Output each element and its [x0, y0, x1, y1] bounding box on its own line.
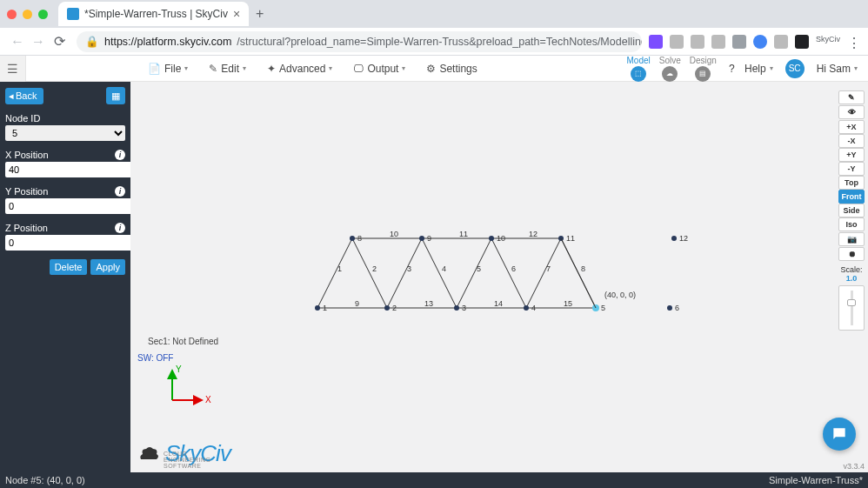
- toolbar-right: Model⬚ Solve☁ Design▤ ? Help▾ SC Hi Sam▾: [627, 56, 868, 82]
- tab-title: *Simple-Warren-Truss | SkyCiv: [84, 8, 228, 20]
- scale-slider[interactable]: [838, 285, 865, 331]
- view-plusminus-y-button[interactable]: +Y: [838, 148, 865, 162]
- svg-line-6: [422, 238, 457, 308]
- reload-button[interactable]: ⟳: [49, 33, 70, 50]
- model-canvas[interactable]: 12345678910111213141512345689101112(40, …: [130, 82, 868, 472]
- app-menus: 📄File▾ ✎Edit▾ ✦Advanced▾ 🖵Output▾ ⚙Setti…: [148, 63, 477, 75]
- svg-point-44: [419, 236, 424, 241]
- user-avatar[interactable]: SC: [785, 59, 805, 78]
- delete-button[interactable]: Delete: [50, 259, 88, 275]
- ext-icon[interactable]: [795, 35, 809, 49]
- svg-line-12: [526, 238, 561, 308]
- ext-icon[interactable]: [774, 35, 788, 49]
- view-top-button[interactable]: Top: [838, 176, 865, 190]
- panel-back-button[interactable]: ◂Back: [5, 88, 43, 104]
- svg-text:X: X: [205, 395, 211, 404]
- datasheet-button[interactable]: ▦: [106, 87, 125, 104]
- browser-tab[interactable]: *Simple-Warren-Truss | SkyCiv ×: [58, 2, 249, 26]
- svg-line-4: [387, 238, 422, 308]
- visibility-tool[interactable]: 👁: [838, 105, 865, 119]
- view-minus-y-button[interactable]: -Y: [838, 162, 865, 176]
- svg-text:1: 1: [323, 304, 327, 312]
- svg-text:5: 5: [477, 264, 481, 273]
- ext-icon[interactable]: [711, 35, 725, 49]
- svg-line-8: [457, 238, 491, 308]
- hamburger-menu-button[interactable]: ☰: [0, 56, 26, 82]
- close-tab-icon[interactable]: ×: [233, 7, 240, 21]
- browser-menu-icon[interactable]: ⋮: [847, 35, 861, 49]
- svg-point-34: [454, 305, 459, 311]
- svg-point-40: [667, 305, 672, 311]
- menu-settings[interactable]: ⚙Settings: [426, 63, 477, 75]
- user-menu[interactable]: Hi Sam▾: [817, 63, 858, 75]
- view-front-button[interactable]: Front: [838, 190, 865, 204]
- svg-text:11: 11: [459, 230, 468, 238]
- x-position-label: X Positioni: [0, 146, 130, 162]
- ext-icon[interactable]: [691, 35, 704, 49]
- node-id-label: Node ID: [0, 110, 130, 125]
- view-side-button[interactable]: Side: [838, 204, 865, 217]
- ext-icon[interactable]: [649, 35, 663, 49]
- maximize-window-icon[interactable]: [38, 10, 48, 19]
- svg-line-2: [352, 238, 387, 308]
- ext-icon[interactable]: [732, 35, 746, 49]
- extension-icons: SkyCiv ⋮: [649, 35, 861, 49]
- camera-tool[interactable]: 📷: [838, 232, 865, 246]
- gear-icon: ⚙: [426, 63, 436, 75]
- z-position-label: Z Positioni: [0, 219, 130, 235]
- mode-design[interactable]: Design▤: [690, 56, 717, 82]
- svg-text:10: 10: [390, 230, 398, 238]
- browser-tab-strip: *Simple-Warren-Truss | SkyCiv × +: [0, 0, 868, 28]
- menu-edit[interactable]: ✎Edit▾: [209, 63, 246, 75]
- svg-point-46: [489, 236, 494, 241]
- minimize-window-icon[interactable]: [23, 10, 32, 19]
- url-path: /structural?preload_name=Simple-Warren-T…: [237, 36, 642, 48]
- view-minus-x-button[interactable]: -X: [838, 134, 865, 148]
- svg-text:4: 4: [531, 304, 536, 312]
- z-position-input[interactable]: [5, 235, 132, 251]
- brand-logo: SkyCiv CLOUD ENGINEERING SOFTWARE: [137, 440, 230, 467]
- y-position-label: Y Positioni: [0, 183, 130, 198]
- node-id-select[interactable]: 5: [5, 125, 125, 141]
- chevron-left-icon: ◂: [9, 90, 14, 102]
- new-tab-button[interactable]: +: [256, 6, 264, 22]
- pencil-icon: ✎: [209, 63, 217, 75]
- version-label: v3.3.4: [843, 462, 865, 471]
- forward-nav-button[interactable]: →: [28, 34, 49, 50]
- address-bar-row: ← → ⟳ 🔒 https://platform.skyciv.com/stru…: [0, 28, 868, 56]
- ext-icon[interactable]: [670, 35, 684, 49]
- axes-indicator: Y X: [165, 365, 217, 412]
- close-window-icon[interactable]: [7, 10, 17, 19]
- view-plusminus-x-button[interactable]: +X: [838, 120, 865, 134]
- y-position-input[interactable]: [5, 198, 132, 214]
- info-icon[interactable]: i: [115, 223, 125, 233]
- menu-output[interactable]: 🖵Output▾: [353, 63, 405, 75]
- chat-button[interactable]: [823, 418, 856, 451]
- pencil-tool[interactable]: ✎: [838, 90, 865, 104]
- svg-text:1: 1: [337, 264, 342, 273]
- view-iso-button[interactable]: Iso: [838, 217, 865, 231]
- menu-file[interactable]: 📄File▾: [148, 63, 188, 75]
- record-tool[interactable]: ⏺: [838, 247, 865, 261]
- mode-solve[interactable]: Solve☁: [659, 56, 681, 82]
- apply-button[interactable]: Apply: [90, 259, 125, 275]
- help-menu[interactable]: ? Help▾: [729, 63, 773, 75]
- svg-point-42: [350, 236, 355, 241]
- back-nav-button[interactable]: ←: [7, 34, 28, 50]
- svg-text:8: 8: [581, 264, 585, 273]
- svg-text:10: 10: [497, 234, 505, 243]
- view-tools: ✎ 👁 +X-X+Y-YTopFrontSideIso 📷 ⏺ Scale:1.…: [838, 90, 865, 331]
- menu-advanced[interactable]: ✦Advanced▾: [267, 63, 332, 75]
- info-icon[interactable]: i: [115, 150, 125, 160]
- x-position-input[interactable]: [5, 162, 132, 177]
- svg-text:4: 4: [442, 264, 446, 273]
- mode-model[interactable]: Model⬚: [627, 56, 651, 82]
- window-controls[interactable]: [7, 10, 48, 19]
- ext-icon[interactable]: [753, 35, 767, 49]
- file-icon: 📄: [148, 63, 161, 75]
- svg-text:6: 6: [675, 304, 679, 312]
- svg-text:13: 13: [424, 299, 433, 308]
- svg-point-30: [315, 305, 320, 311]
- url-input[interactable]: 🔒 https://platform.skyciv.com/structural…: [77, 31, 642, 52]
- info-icon[interactable]: i: [115, 186, 125, 197]
